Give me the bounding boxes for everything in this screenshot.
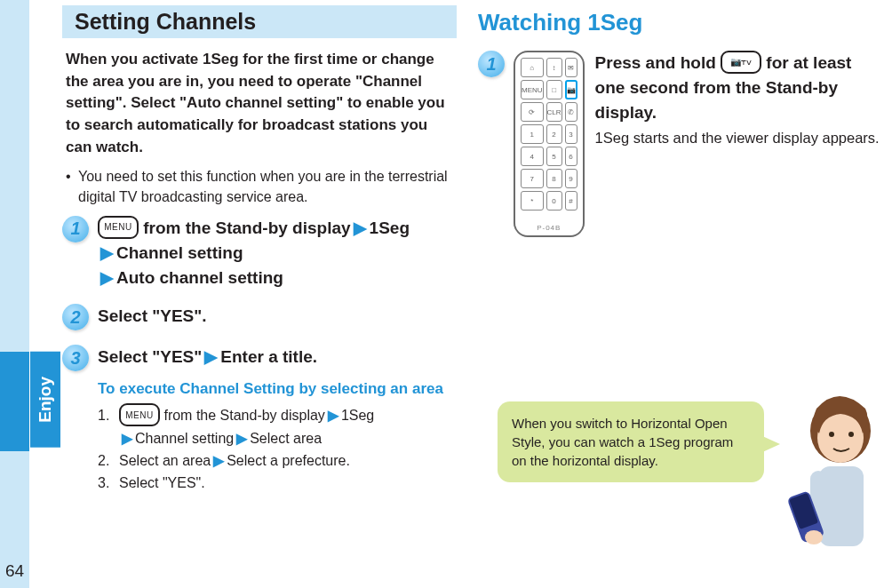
step-1: 1 MENU from the Stand-by display▶1Seg ▶C…: [62, 216, 457, 290]
li2-b: Select a prefecture.: [227, 453, 350, 468]
phone-illustration: ⌂↕✉MENU□📷⟳CLR✆123456789*0# P-04B: [514, 51, 585, 237]
menu-button-icon: MENU: [98, 216, 139, 239]
section-title-band: Setting Channels: [62, 5, 457, 38]
phone-brand-label: P-04B: [515, 224, 583, 232]
character-illustration: [777, 386, 892, 582]
step3-text-a: Select "YES": [98, 347, 202, 366]
step3-text-b: Enter a title.: [220, 347, 317, 366]
li1-c: Channel setting: [135, 431, 234, 446]
step-num-wrap: 1: [478, 51, 514, 237]
sublist-item-2: 2. Select an area▶Select a prefecture.: [98, 450, 457, 473]
watch-instructions: Press and hold 📷ᴛᴠ for at least one seco…: [595, 51, 883, 237]
camera-tv-button-icon: 📷ᴛᴠ: [721, 51, 761, 74]
sublist-text: Select "YES".: [119, 473, 205, 495]
phone-key: *: [521, 191, 544, 211]
li2-a: Select an area: [119, 453, 211, 468]
tip-bubble: When you switch to Horizontal Open Style…: [498, 401, 764, 482]
step-3: 3 Select "YES"▶Enter a title. To execute…: [62, 345, 457, 495]
arrow-icon: ▶: [325, 408, 341, 423]
phone-key-camera-tv: 📷: [565, 80, 577, 99]
sublist-num: 1.: [98, 405, 119, 450]
sublist-item-1: 1. MENU from the Stand-by display▶1Seg ▶…: [98, 405, 457, 450]
step-body: MENU from the Stand-by display▶1Seg ▶Cha…: [98, 216, 457, 290]
step-num-wrap: 1: [62, 216, 98, 290]
step-number-bubble: 2: [62, 304, 89, 330]
arrow-icon: ▶: [202, 347, 220, 366]
phone-key: □: [546, 80, 562, 99]
li1-a: from the Stand-by display: [160, 408, 325, 423]
step-number-bubble: 1: [478, 51, 505, 77]
phone-key: 3: [565, 124, 577, 144]
li1-b: 1Seg: [341, 408, 374, 423]
sublist-num: 2.: [98, 450, 119, 473]
arrow-icon: ▶: [119, 431, 135, 446]
sublist-text: MENU from the Stand-by display▶1Seg ▶Cha…: [119, 405, 374, 450]
step1-line3: Auto channel setting: [116, 268, 283, 287]
left-column: Setting Channels When you activate 1Seg …: [62, 5, 473, 509]
phone-key: 4: [521, 147, 544, 166]
step-number-bubble: 1: [62, 216, 89, 242]
tip-bubble-wrap: When you switch to Horizontal Open Style…: [498, 401, 764, 482]
phone-key: 9: [565, 169, 577, 188]
svg-point-2: [829, 432, 834, 437]
phone-keypad: ⌂↕✉MENU□📷⟳CLR✆123456789*0#: [521, 58, 577, 211]
bullet-note: You need to set this function when you a…: [78, 167, 451, 207]
step-2: 2 Select "YES".: [62, 304, 457, 330]
phone-key: ✉: [565, 58, 577, 77]
sublist-text: Select an area▶Select a prefecture.: [119, 450, 350, 473]
sublist-item-3: 3. Select "YES".: [98, 473, 457, 495]
step-body: Select "YES"▶Enter a title. To execute C…: [98, 345, 457, 495]
watch-note: 1Seg starts and the viewer display appea…: [595, 128, 883, 149]
phone-key: #: [565, 191, 577, 211]
step-number-bubble: 3: [62, 345, 89, 371]
section-title-setting-channels: Setting Channels: [75, 9, 448, 35]
phone-key: 0: [546, 191, 562, 211]
arrow-icon: ▶: [234, 431, 250, 446]
arrow-icon: ▶: [211, 453, 227, 468]
phone-key: 2: [546, 124, 562, 144]
menu-button-icon: MENU: [119, 403, 160, 426]
page-number: 64: [5, 561, 24, 581]
phone-key: MENU: [521, 80, 544, 99]
phone-key: 7: [521, 169, 544, 188]
step1-line2: Channel setting: [116, 243, 243, 262]
phone-key: CLR: [546, 102, 562, 122]
sublist-num: 3.: [98, 473, 119, 495]
watch-row: ⌂↕✉MENU□📷⟳CLR✆123456789*0# P-04B Press a…: [514, 51, 883, 237]
section-title-watching-1seg: Watching 1Seg: [478, 9, 874, 36]
arrow-icon: ▶: [98, 268, 116, 287]
step1-text-b: 1Seg: [370, 219, 410, 237]
step-num-wrap: 2: [62, 304, 98, 330]
phone-key: 6: [565, 147, 577, 166]
watch-text-a: Press and hold: [595, 53, 721, 72]
li1-d: Select area: [250, 431, 322, 446]
page: Enjoy 64 Setting Channels When you activ…: [0, 0, 892, 588]
subheading-execute-area: To execute Channel Setting by selecting …: [98, 378, 457, 401]
phone-key: 8: [546, 169, 562, 188]
section-title-band: Watching 1Seg: [478, 5, 883, 40]
side-stripe: [0, 0, 29, 588]
phone-key: ⌂: [521, 58, 544, 77]
phone-key: 1: [521, 124, 544, 144]
svg-point-8: [805, 530, 823, 544]
svg-point-3: [848, 432, 854, 437]
phone-key: ↕: [546, 58, 562, 77]
arrow-icon: ▶: [98, 243, 116, 262]
step-1-right: 1 ⌂↕✉MENU□📷⟳CLR✆123456789*0# P-04B Press…: [478, 51, 883, 237]
phone-key: ✆: [565, 102, 577, 122]
step1-text-a: from the Stand-by display: [139, 219, 351, 237]
arrow-icon: ▶: [351, 219, 370, 237]
step-body: Select "YES".: [98, 304, 457, 330]
side-tab-enjoy: Enjoy: [30, 352, 60, 448]
step-num-wrap: 3: [62, 345, 98, 495]
sublist: 1. MENU from the Stand-by display▶1Seg ▶…: [98, 405, 457, 494]
phone-key: ⟳: [521, 102, 544, 122]
side-stripe-accent: [0, 352, 29, 451]
intro-text: When you activate 1Seg for the first tim…: [66, 49, 451, 158]
phone-key: 5: [546, 147, 562, 166]
